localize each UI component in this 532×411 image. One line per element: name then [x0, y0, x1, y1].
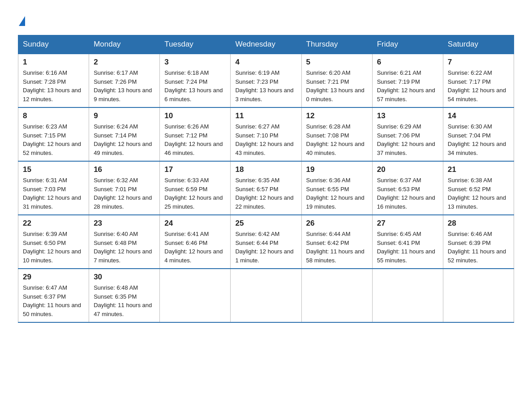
- day-number: 7: [448, 58, 509, 67]
- calendar-cell: [443, 269, 514, 322]
- day-number: 27: [377, 219, 438, 228]
- calendar-cell: 27 Sunrise: 6:45 AM Sunset: 6:41 PM Dayl…: [372, 215, 443, 269]
- day-info: Sunrise: 6:19 AM Sunset: 7:23 PM Dayligh…: [235, 68, 296, 103]
- day-info: Sunrise: 6:36 AM Sunset: 6:55 PM Dayligh…: [306, 176, 368, 211]
- calendar-cell: 17 Sunrise: 6:33 AM Sunset: 6:59 PM Dayl…: [160, 161, 231, 215]
- day-info: Sunrise: 6:31 AM Sunset: 7:03 PM Dayligh…: [23, 176, 84, 211]
- day-info: Sunrise: 6:30 AM Sunset: 7:04 PM Dayligh…: [448, 122, 509, 157]
- day-number: 5: [306, 58, 368, 67]
- day-number: 21: [448, 165, 509, 174]
- day-info: Sunrise: 6:39 AM Sunset: 6:50 PM Dayligh…: [23, 230, 84, 265]
- day-number: 17: [164, 165, 226, 174]
- header-wednesday: Wednesday: [231, 35, 301, 54]
- day-number: 10: [164, 111, 226, 120]
- day-info: Sunrise: 6:37 AM Sunset: 6:53 PM Dayligh…: [377, 176, 438, 211]
- calendar-cell: [372, 269, 443, 322]
- day-number: 30: [94, 273, 155, 282]
- day-info: Sunrise: 6:27 AM Sunset: 7:10 PM Dayligh…: [235, 122, 296, 157]
- header-sunday: Sunday: [18, 35, 89, 54]
- header-saturday: Saturday: [443, 35, 514, 54]
- day-info: Sunrise: 6:24 AM Sunset: 7:14 PM Dayligh…: [94, 122, 155, 157]
- day-number: 26: [306, 219, 368, 228]
- calendar-cell: [231, 269, 301, 322]
- day-info: Sunrise: 6:21 AM Sunset: 7:19 PM Dayligh…: [377, 68, 438, 103]
- day-info: Sunrise: 6:35 AM Sunset: 6:57 PM Dayligh…: [235, 176, 296, 211]
- day-info: Sunrise: 6:38 AM Sunset: 6:52 PM Dayligh…: [448, 176, 509, 211]
- calendar-cell: 28 Sunrise: 6:46 AM Sunset: 6:39 PM Dayl…: [443, 215, 514, 269]
- day-info: Sunrise: 6:42 AM Sunset: 6:44 PM Dayligh…: [235, 230, 296, 265]
- day-number: 9: [94, 111, 155, 120]
- day-number: 4: [235, 58, 296, 67]
- day-number: 16: [94, 165, 155, 174]
- logo-triangle-icon: [19, 16, 25, 26]
- header-thursday: Thursday: [301, 35, 372, 54]
- week-row-2: 8 Sunrise: 6:23 AM Sunset: 7:15 PM Dayli…: [18, 107, 514, 161]
- calendar-cell: 14 Sunrise: 6:30 AM Sunset: 7:04 PM Dayl…: [443, 107, 514, 161]
- calendar-cell: 10 Sunrise: 6:26 AM Sunset: 7:12 PM Dayl…: [160, 107, 231, 161]
- day-info: Sunrise: 6:20 AM Sunset: 7:21 PM Dayligh…: [306, 68, 368, 103]
- calendar-cell: 12 Sunrise: 6:28 AM Sunset: 7:08 PM Dayl…: [301, 107, 372, 161]
- calendar-cell: 4 Sunrise: 6:19 AM Sunset: 7:23 PM Dayli…: [231, 54, 301, 107]
- calendar-cell: 20 Sunrise: 6:37 AM Sunset: 6:53 PM Dayl…: [372, 161, 443, 215]
- day-info: Sunrise: 6:32 AM Sunset: 7:01 PM Dayligh…: [94, 176, 155, 211]
- calendar-cell: 19 Sunrise: 6:36 AM Sunset: 6:55 PM Dayl…: [301, 161, 372, 215]
- week-row-3: 15 Sunrise: 6:31 AM Sunset: 7:03 PM Dayl…: [18, 161, 514, 215]
- day-number: 23: [94, 219, 155, 228]
- calendar-cell: [160, 269, 231, 322]
- day-number: 14: [448, 111, 509, 120]
- calendar-cell: 1 Sunrise: 6:16 AM Sunset: 7:28 PM Dayli…: [18, 54, 89, 107]
- day-info: Sunrise: 6:47 AM Sunset: 6:37 PM Dayligh…: [23, 283, 84, 318]
- week-row-4: 22 Sunrise: 6:39 AM Sunset: 6:50 PM Dayl…: [18, 215, 514, 269]
- calendar-cell: 18 Sunrise: 6:35 AM Sunset: 6:57 PM Dayl…: [231, 161, 301, 215]
- calendar-cell: 8 Sunrise: 6:23 AM Sunset: 7:15 PM Dayli…: [18, 107, 89, 161]
- day-info: Sunrise: 6:17 AM Sunset: 7:26 PM Dayligh…: [94, 68, 155, 103]
- day-number: 22: [23, 219, 84, 228]
- day-number: 13: [377, 111, 438, 120]
- day-number: 19: [306, 165, 368, 174]
- day-number: 12: [306, 111, 368, 120]
- day-number: 11: [235, 111, 296, 120]
- calendar-cell: 5 Sunrise: 6:20 AM Sunset: 7:21 PM Dayli…: [301, 54, 372, 107]
- calendar-cell: 15 Sunrise: 6:31 AM Sunset: 7:03 PM Dayl…: [18, 161, 89, 215]
- day-number: 6: [377, 58, 438, 67]
- week-row-1: 1 Sunrise: 6:16 AM Sunset: 7:28 PM Dayli…: [18, 54, 514, 107]
- day-number: 3: [164, 58, 226, 67]
- day-info: Sunrise: 6:28 AM Sunset: 7:08 PM Dayligh…: [306, 122, 368, 157]
- calendar-cell: 16 Sunrise: 6:32 AM Sunset: 7:01 PM Dayl…: [89, 161, 160, 215]
- calendar-cell: 30 Sunrise: 6:48 AM Sunset: 6:35 PM Dayl…: [89, 269, 160, 322]
- day-number: 29: [23, 273, 84, 282]
- calendar-header-row: SundayMondayTuesdayWednesdayThursdayFrid…: [18, 35, 514, 54]
- day-number: 25: [235, 219, 296, 228]
- calendar-cell: 21 Sunrise: 6:38 AM Sunset: 6:52 PM Dayl…: [443, 161, 514, 215]
- day-number: 28: [448, 219, 509, 228]
- header-tuesday: Tuesday: [160, 35, 231, 54]
- day-info: Sunrise: 6:26 AM Sunset: 7:12 PM Dayligh…: [164, 122, 226, 157]
- day-number: 2: [94, 58, 155, 67]
- calendar-cell: 9 Sunrise: 6:24 AM Sunset: 7:14 PM Dayli…: [89, 107, 160, 161]
- day-number: 24: [164, 219, 226, 228]
- calendar-cell: 23 Sunrise: 6:40 AM Sunset: 6:48 PM Dayl…: [89, 215, 160, 269]
- calendar-cell: 11 Sunrise: 6:27 AM Sunset: 7:10 PM Dayl…: [231, 107, 301, 161]
- day-info: Sunrise: 6:41 AM Sunset: 6:46 PM Dayligh…: [164, 230, 226, 265]
- calendar-cell: 6 Sunrise: 6:21 AM Sunset: 7:19 PM Dayli…: [372, 54, 443, 107]
- day-number: 15: [23, 165, 84, 174]
- day-info: Sunrise: 6:48 AM Sunset: 6:35 PM Dayligh…: [94, 283, 155, 318]
- day-info: Sunrise: 6:29 AM Sunset: 7:06 PM Dayligh…: [377, 122, 438, 157]
- day-info: Sunrise: 6:23 AM Sunset: 7:15 PM Dayligh…: [23, 122, 84, 157]
- calendar-cell: 2 Sunrise: 6:17 AM Sunset: 7:26 PM Dayli…: [89, 54, 160, 107]
- header-monday: Monday: [89, 35, 160, 54]
- calendar-cell: 26 Sunrise: 6:44 AM Sunset: 6:42 PM Dayl…: [301, 215, 372, 269]
- calendar-cell: 13 Sunrise: 6:29 AM Sunset: 7:06 PM Dayl…: [372, 107, 443, 161]
- day-number: 18: [235, 165, 296, 174]
- calendar-cell: [301, 269, 372, 322]
- day-info: Sunrise: 6:16 AM Sunset: 7:28 PM Dayligh…: [23, 68, 84, 103]
- calendar-cell: 22 Sunrise: 6:39 AM Sunset: 6:50 PM Dayl…: [18, 215, 89, 269]
- calendar-cell: 24 Sunrise: 6:41 AM Sunset: 6:46 PM Dayl…: [160, 215, 231, 269]
- day-number: 8: [23, 111, 84, 120]
- day-number: 1: [23, 58, 84, 67]
- calendar-table: SundayMondayTuesdayWednesdayThursdayFrid…: [18, 35, 514, 323]
- day-number: 20: [377, 165, 438, 174]
- calendar-cell: 3 Sunrise: 6:18 AM Sunset: 7:24 PM Dayli…: [160, 54, 231, 107]
- calendar-cell: 25 Sunrise: 6:42 AM Sunset: 6:44 PM Dayl…: [231, 215, 301, 269]
- calendar-cell: 29 Sunrise: 6:47 AM Sunset: 6:37 PM Dayl…: [18, 269, 89, 322]
